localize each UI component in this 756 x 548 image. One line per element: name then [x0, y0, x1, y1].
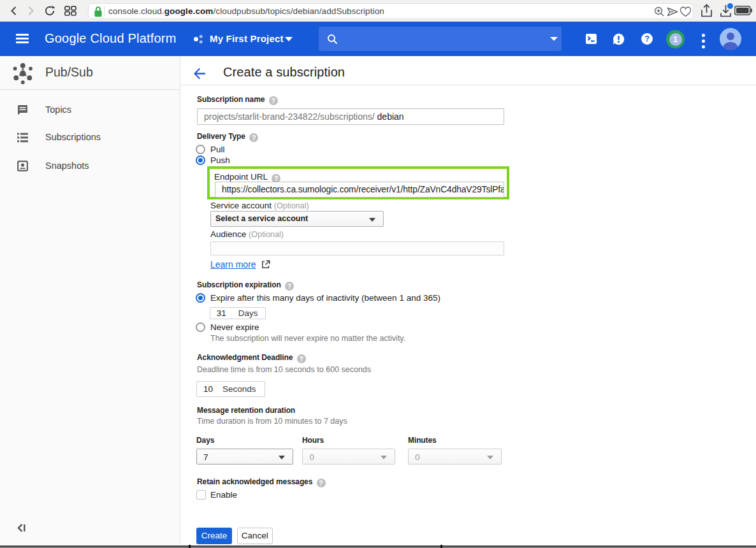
svg-text:?: ? — [644, 34, 650, 43]
